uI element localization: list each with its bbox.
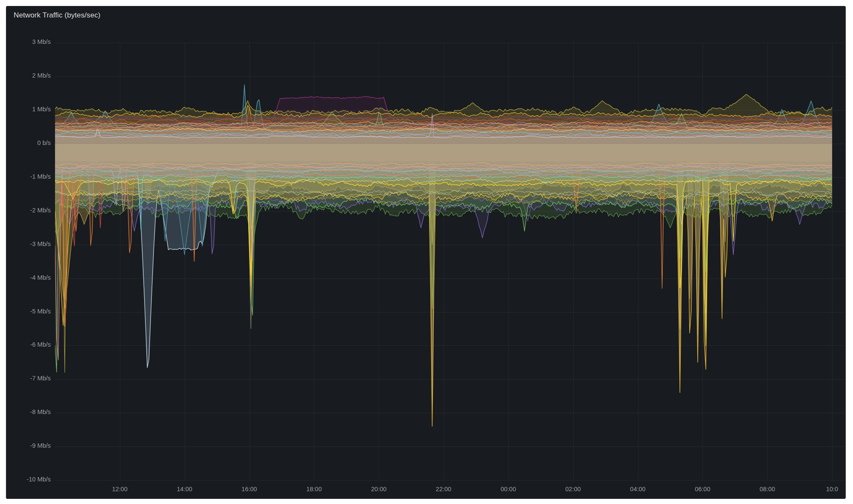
- y-tick-label: 3 Mb/s: [6, 38, 51, 45]
- y-tick-label: -2 Mb/s: [6, 207, 51, 214]
- y-tick-label: -3 Mb/s: [6, 240, 51, 247]
- x-tick-label: 00:00: [491, 486, 525, 492]
- y-tick-label: -5 Mb/s: [6, 308, 51, 315]
- x-tick-label: 06:00: [685, 486, 720, 492]
- x-tick-label: 18:00: [297, 486, 331, 492]
- y-tick-label: -1 Mb/s: [6, 173, 51, 180]
- x-tick-label: 22:00: [426, 486, 461, 492]
- y-tick-label: -6 Mb/s: [6, 341, 51, 348]
- x-tick-label: 02:00: [556, 486, 590, 492]
- y-tick-label: 1 Mb/s: [6, 106, 51, 113]
- network-traffic-chart[interactable]: [6, 6, 845, 498]
- y-tick-label: -10 Mb/s: [6, 476, 51, 483]
- page: Network Traffic (bytes/sec) 3 Mb/s2 Mb/s…: [0, 0, 853, 504]
- x-tick-label: 08:00: [750, 486, 784, 492]
- x-tick-label: 16:00: [232, 486, 267, 492]
- x-tick-label: 10:0: [815, 486, 846, 492]
- y-tick-label: -7 Mb/s: [6, 375, 51, 382]
- y-tick-label: 2 Mb/s: [6, 72, 51, 79]
- x-tick-label: 14:00: [168, 486, 202, 492]
- graph-panel: Network Traffic (bytes/sec) 3 Mb/s2 Mb/s…: [6, 6, 846, 499]
- y-tick-label: 0 b/s: [6, 139, 51, 146]
- y-tick-label: -9 Mb/s: [6, 442, 51, 449]
- x-tick-label: 04:00: [621, 486, 655, 492]
- y-tick-label: -8 Mb/s: [6, 408, 51, 415]
- x-tick-label: 20:00: [362, 486, 396, 492]
- x-tick-label: 12:00: [103, 486, 137, 492]
- y-tick-label: -4 Mb/s: [6, 274, 51, 281]
